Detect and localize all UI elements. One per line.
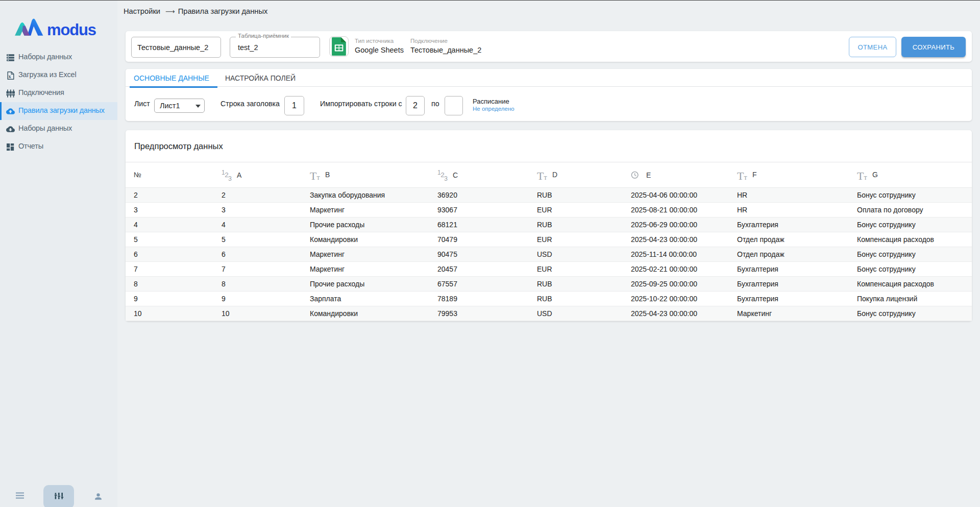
svg-text:modus: modus [47,21,96,38]
svg-text:x: x [9,73,11,79]
